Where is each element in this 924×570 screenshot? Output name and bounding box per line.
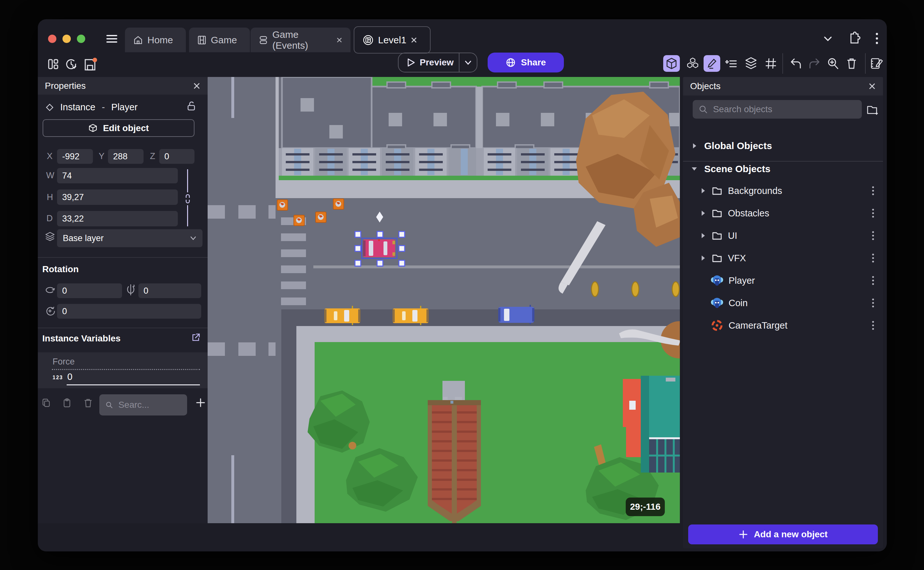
object-row-coin[interactable]: Coin [683,293,883,313]
depth-input[interactable] [57,211,178,226]
kebab-icon[interactable] [872,185,875,196]
object-row-cameratarget[interactable]: CameraTarget [683,315,883,336]
variable-row[interactable]: Force 123 0 [38,352,208,388]
chevron-right-icon[interactable] [701,255,706,261]
preview-label: Preview [420,57,454,67]
history-button[interactable] [65,58,78,70]
window-close-button[interactable] [48,35,57,43]
global-objects-group[interactable]: Global Objects [692,140,772,151]
kebab-icon[interactable] [872,253,875,264]
project-manager-button[interactable] [47,58,60,70]
aspect-link-button[interactable] [183,194,192,204]
taxi-car[interactable] [393,306,429,325]
chevron-right-icon[interactable] [701,210,706,216]
instance-title-row: Instance - Player [46,102,138,112]
brick-building[interactable] [428,381,481,523]
kebab-icon[interactable] [872,230,875,241]
tab-game[interactable]: Game [189,28,250,52]
player-car-instance[interactable] [363,239,395,257]
scene-canvas[interactable]: 29;-116 [208,77,680,523]
y-input[interactable] [108,149,144,164]
grid-button[interactable] [762,55,779,72]
kebab-icon[interactable] [872,275,875,286]
kebab-icon[interactable] [872,208,875,219]
objects-search-input[interactable] [712,104,855,115]
camera-target-icon [711,319,724,332]
lock-toggle-button[interactable] [186,101,197,112]
section-divider [38,257,208,258]
open-variables-button[interactable] [191,333,200,342]
instance-name: Player [111,102,137,112]
height-input[interactable] [57,190,178,205]
window-minimize-button[interactable] [63,35,71,43]
preview-button[interactable]: Preview [398,52,477,72]
chevron-right-icon[interactable] [701,187,706,194]
aspect-link-line [187,205,188,226]
add-folder-button[interactable] [866,104,879,115]
save-button[interactable] [82,58,98,72]
move-3d-tool-button[interactable] [663,55,680,72]
blue-car[interactable] [498,305,535,324]
folder-icon [711,230,723,241]
rotation-x-input[interactable] [57,283,122,298]
edit-scene-properties-button[interactable] [868,55,885,72]
properties-panel: Properties Instance - Player Edit object… [38,77,208,523]
object-list-button[interactable] [724,56,739,72]
object-row-player[interactable]: Player [683,270,883,291]
w-label: W [46,170,54,181]
folder-icon [711,253,723,263]
object-row-backgrounds[interactable]: Backgrounds [683,181,883,201]
add-variable-button[interactable] [195,397,206,408]
chevron-right-icon[interactable] [701,233,706,239]
objects-search[interactable] [693,100,862,119]
delete-button[interactable] [843,55,860,72]
main-menu-button[interactable] [106,33,118,44]
x-input[interactable] [57,149,93,164]
object-row-vfx[interactable]: VFX [683,248,883,268]
kebab-icon[interactable] [872,320,875,331]
instances-tool-button[interactable] [684,55,701,72]
tab-home[interactable]: Home [125,28,186,52]
scene-objects-group[interactable]: Scene Objects [691,164,771,175]
close-icon[interactable] [193,82,200,90]
layer-select[interactable]: Base layer [57,229,203,247]
kebab-icon[interactable] [872,297,875,308]
edit-object-button[interactable]: Edit object [43,119,194,137]
redo-button[interactable] [806,55,823,72]
close-icon[interactable] [868,83,876,90]
object-row-ui[interactable]: UI [683,225,883,246]
rotation-y-input[interactable] [138,283,201,298]
undo-button[interactable] [788,55,804,72]
tabs-overflow-button[interactable] [822,34,834,44]
width-input[interactable] [57,168,178,183]
window-zoom-button[interactable] [77,35,85,43]
toolbar-divider [782,53,783,74]
hamburger-icon [106,33,118,44]
close-icon[interactable] [411,37,417,43]
variable-type-badge: 123 [52,375,63,380]
object-row-obstacles[interactable]: Obstacles [683,203,883,224]
tab-level1[interactable]: Level1 [354,26,431,54]
tab-game-events[interactable]: Game (Events) [250,28,351,52]
window-menu-button[interactable] [875,31,879,46]
layers-panel-button[interactable] [743,55,759,72]
edit-tool-button[interactable] [704,55,720,72]
zoom-button[interactable] [825,55,842,72]
variables-search-input[interactable] [118,400,181,411]
share-button[interactable]: Share [488,52,564,72]
taxi-car[interactable] [324,306,360,325]
z-input[interactable] [159,149,194,164]
rotation-z-input[interactable] [57,304,201,319]
edit-object-cube-icon [88,123,98,133]
scene-icon [363,35,374,46]
unlock-icon [186,101,197,112]
add-new-object-button[interactable]: Add a new object [688,524,878,544]
close-icon[interactable] [336,37,342,43]
copy-variable-button[interactable] [42,398,50,408]
preview-options-button[interactable] [460,59,477,66]
paste-variable-button[interactable] [63,398,71,408]
delete-variable-button[interactable] [84,398,92,408]
extensions-button[interactable] [846,31,861,46]
rotate-y-icon [125,284,136,296]
variables-search[interactable] [99,394,187,415]
